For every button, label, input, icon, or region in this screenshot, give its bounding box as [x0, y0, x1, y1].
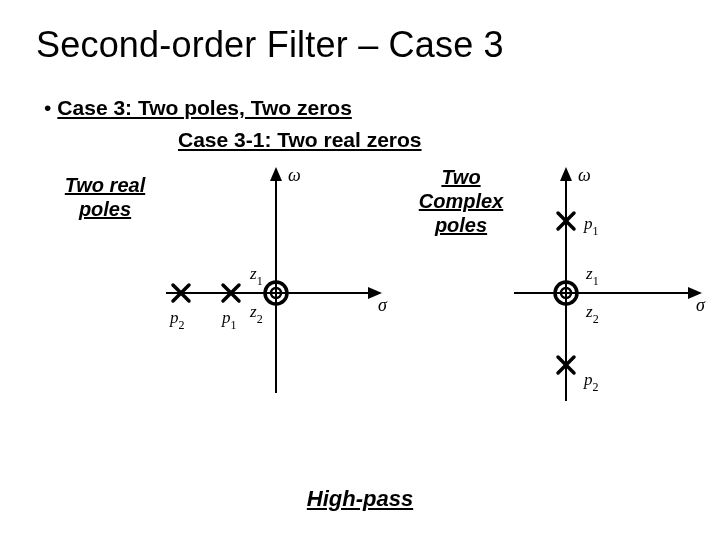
- label-z1-left: z1: [249, 264, 263, 288]
- axis-sigma-right: σ: [696, 295, 706, 315]
- label-p1-left: p1: [221, 308, 237, 332]
- slide-title: Second-order Filter – Case 3: [36, 24, 684, 66]
- axis-omega-left: ω: [288, 165, 301, 185]
- footer-label: High-pass: [0, 486, 720, 512]
- right-plane-caption: TwoComplexpoles: [406, 165, 516, 237]
- label-p1-right: p1: [583, 214, 599, 238]
- label-p2-right: p2: [583, 370, 599, 394]
- label-p2-left: p2: [169, 308, 185, 332]
- label-z2-left: z2: [249, 302, 263, 326]
- bullet-case3-1: Case 3-1: Two real zeros: [178, 124, 684, 156]
- axis-omega-right: ω: [578, 165, 591, 185]
- label-z1-right: z1: [585, 264, 599, 288]
- bullet-list: •Case 3: Two poles, Two zeros Case 3-1: …: [44, 92, 684, 155]
- diagram-area: Two realpoles TwoComplexpoles ω σ z1 z2 …: [36, 163, 684, 463]
- svg-marker-1: [270, 167, 282, 181]
- s-plane-left: ω σ z1 z2 p1 p2: [156, 163, 396, 413]
- label-z2-right: z2: [585, 302, 599, 326]
- axis-sigma-left: σ: [378, 295, 388, 315]
- s-plane-right: ω σ z1 z2 p1 p2: [506, 163, 720, 423]
- svg-marker-9: [560, 167, 572, 181]
- left-plane-caption: Two realpoles: [50, 173, 160, 221]
- bullet-case3: •Case 3: Two poles, Two zeros: [44, 92, 684, 124]
